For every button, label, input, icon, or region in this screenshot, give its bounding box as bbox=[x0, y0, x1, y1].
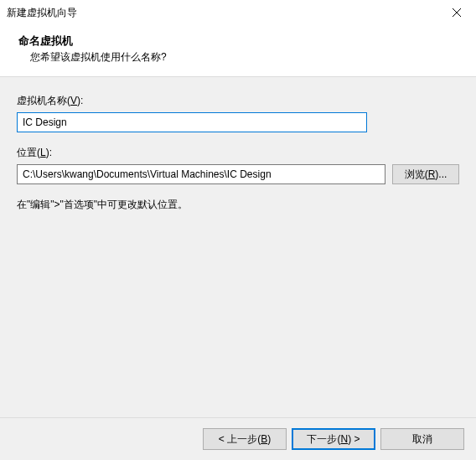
page-title: 命名虚拟机 bbox=[18, 34, 458, 49]
next-button[interactable]: 下一步(N) > bbox=[292, 428, 375, 450]
vm-name-input[interactable] bbox=[17, 112, 367, 132]
hint-text: 在"编辑">"首选项"中可更改默认位置。 bbox=[17, 198, 459, 212]
browse-button[interactable]: 浏览(R)... bbox=[392, 164, 459, 184]
window-title: 新建虚拟机向导 bbox=[7, 6, 77, 20]
vm-name-field: 虚拟机名称(V): bbox=[17, 94, 459, 132]
wizard-footer: < 上一步(B) 下一步(N) > 取消 bbox=[0, 417, 476, 460]
wizard-content: 虚拟机名称(V): 位置(L): 浏览(R)... 在"编辑">"首选项"中可更… bbox=[0, 77, 476, 417]
page-subtitle: 您希望该虚拟机使用什么名称? bbox=[18, 50, 458, 65]
cancel-button[interactable]: 取消 bbox=[380, 428, 464, 450]
location-label: 位置(L): bbox=[17, 146, 459, 160]
wizard-dialog: 新建虚拟机向导 命名虚拟机 您希望该虚拟机使用什么名称? 虚拟机名称(V): 位… bbox=[0, 0, 476, 460]
titlebar: 新建虚拟机向导 bbox=[0, 0, 476, 25]
wizard-header: 命名虚拟机 您希望该虚拟机使用什么名称? bbox=[0, 25, 476, 77]
close-icon bbox=[453, 8, 461, 17]
close-button[interactable] bbox=[437, 0, 476, 25]
location-field: 位置(L): 浏览(R)... bbox=[17, 146, 459, 184]
location-input[interactable] bbox=[17, 164, 385, 184]
back-button[interactable]: < 上一步(B) bbox=[203, 428, 287, 450]
vm-name-label: 虚拟机名称(V): bbox=[17, 94, 459, 108]
location-row: 浏览(R)... bbox=[17, 164, 459, 184]
